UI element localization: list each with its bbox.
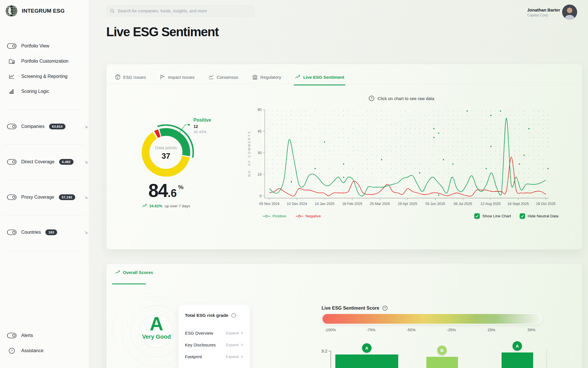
tab-consensus[interactable]: Consensus	[208, 74, 238, 80]
sidebar-item-scoring-logic[interactable]: Scoring Logic	[7, 87, 49, 96]
tab-esg-issues[interactable]: ESG Issues	[115, 74, 146, 80]
tab-label: ESG Issues	[123, 75, 146, 80]
grade-bar[interactable]	[426, 357, 458, 368]
grade-badge: A	[512, 341, 522, 351]
score-unit: %	[178, 184, 184, 191]
risk-row-label: Footprint	[185, 354, 202, 359]
risk-row-key-disclosures[interactable]: Key Disclosures Expand	[185, 339, 243, 351]
sidebar-item-label: Alerts	[21, 333, 33, 338]
x-tick-label: 08 Jul 2025	[454, 202, 472, 206]
sidebar-item-label: Assistance	[21, 348, 43, 353]
sentiment-line-chart[interactable]: 015304560NO. OF COMMENTS05 Nov 202410 De…	[244, 102, 561, 213]
user-info[interactable]: Jonathan Barter Capital Corp.	[527, 7, 559, 17]
tab-label: Impact Issues	[168, 75, 195, 80]
legend-item-negative[interactable]: Negative	[296, 214, 321, 218]
app-window: INTEGRUM ESG Portfolio View Portfolio Cu…	[0, 0, 588, 368]
score-delta: 34.62% up over 7 days	[126, 204, 206, 208]
tab-overall-scores[interactable]: Overall Scores	[115, 270, 153, 275]
tab-impact-issues[interactable]: Impact Issues	[160, 74, 195, 80]
arrow-down-right-icon[interactable]	[84, 195, 88, 200]
sidebar-item-portfolio-customization[interactable]: Portfolio Customization	[7, 57, 69, 66]
grade-bar[interactable]	[502, 352, 533, 368]
toggle-hide-neutral-data[interactable]: Hide Neutral Data	[520, 213, 558, 219]
count-badge: 183	[45, 229, 57, 235]
risk-row-esg-overview[interactable]: ESG Overview Expand	[185, 327, 243, 339]
globe-logo-icon	[5, 5, 18, 17]
search-bar[interactable]	[106, 5, 254, 16]
checkbox-checked-icon[interactable]	[474, 213, 480, 219]
active-tab-underline	[112, 283, 146, 284]
esg-grade: A	[128, 313, 185, 334]
chevron-right-icon	[240, 331, 243, 335]
tab-label: Consensus	[217, 75, 238, 80]
sidebar-item-label: Direct Coverage	[21, 159, 55, 164]
tab-live-esg-sentiment[interactable]: Live ESG Sentiment	[295, 74, 344, 80]
line-chart-icon	[7, 74, 17, 79]
flag-icon	[160, 74, 165, 80]
dot-grid	[267, 110, 548, 196]
sidebar-item-screening-reporting[interactable]: Screening & Reporting	[7, 72, 67, 81]
count-badge: 57,192	[59, 194, 75, 200]
arrow-down-right-icon[interactable]	[84, 160, 88, 164]
scale-tick-label: -50%	[407, 328, 416, 332]
chart-legend: Positive Negative	[263, 214, 321, 218]
count-badge: 63,810	[49, 124, 65, 129]
donut-callout-count: 12	[194, 124, 198, 129]
svg-text:?: ?	[11, 349, 13, 352]
score-dec: .6	[168, 187, 177, 200]
divider	[4, 109, 84, 110]
brand-name: INTEGRUM ESG	[22, 8, 65, 14]
count-badge: 6,482	[59, 159, 74, 165]
arrow-down-right-icon[interactable]	[84, 230, 88, 235]
sidebar-item-alerts[interactable]: Alerts	[7, 331, 33, 340]
scale-title-row: Live ESG Sentiment Score ?	[322, 305, 388, 311]
chart-hint: ? Click on chart to see raw data	[368, 95, 434, 101]
legend-item-positive[interactable]: Positive	[263, 214, 286, 218]
toggle-icon	[7, 332, 17, 339]
hint-text: Click on chart to see raw data	[378, 96, 434, 101]
risk-row-footprint[interactable]: Footprint Expand	[185, 351, 243, 363]
grade-badge: B	[437, 346, 447, 355]
checkbox-checked-icon[interactable]	[520, 213, 525, 219]
user-name: Jonathan Barter	[527, 7, 559, 12]
sidebar-item-label: Portfolio Customization	[21, 59, 69, 64]
help-icon[interactable]: ?	[382, 305, 388, 311]
help-icon: ?	[7, 347, 17, 354]
scale-labels: -100% -75% -50% -25% 25% 50%	[322, 328, 542, 333]
sidebar-item-direct-coverage[interactable]: Direct Coverage 6,482	[7, 158, 74, 166]
donut-center-value: 37	[137, 152, 195, 161]
esg-grade-caption: Very Good	[128, 334, 185, 340]
bar-chart-icon	[7, 89, 17, 94]
scale-tick-label: 50%	[528, 328, 535, 332]
risk-row-label: ESG Overview	[185, 331, 213, 336]
expand-label: Expand	[226, 354, 239, 359]
sidebar-item-countries[interactable]: Countries 183	[7, 228, 57, 237]
x-tick-label: 28 Oct 2025	[536, 202, 556, 206]
sidebar-item-assistance[interactable]: ? Assistance	[7, 346, 43, 355]
toggle-show-line-chart[interactable]: Show Line Chart	[474, 213, 511, 219]
brand: INTEGRUM ESG	[5, 5, 65, 17]
info-icon[interactable]	[231, 313, 236, 318]
sidebar-item-companies[interactable]: Companies 63,810	[7, 122, 65, 131]
dashed-marker-line	[546, 350, 547, 368]
search-input[interactable]	[117, 8, 251, 14]
axis-lines	[265, 110, 549, 198]
avatar[interactable]	[562, 5, 577, 20]
tab-regulatory[interactable]: Regulatory	[252, 74, 281, 80]
scale-tick-label: -25%	[447, 328, 456, 332]
arrow-down-right-icon[interactable]	[84, 124, 88, 129]
sidebar-item-label: Companies	[21, 124, 45, 129]
grade-bar[interactable]	[335, 354, 398, 368]
sidebar-item-proxy-coverage[interactable]: Proxy Coverage 57,192	[7, 193, 75, 202]
delta-value: 34.62%	[149, 204, 163, 208]
y-tick-label: 30	[258, 151, 262, 155]
page-title: Live ESG Sentiment	[106, 25, 218, 39]
risk-grade-card: Total ESG risk grade ESG Overview Expand…	[179, 305, 250, 368]
y-tick-label: 45	[258, 129, 262, 133]
chart-toggles: Show Line Chart Hide Neutral Data	[474, 213, 558, 219]
toggle-icon	[7, 159, 17, 165]
help-icon[interactable]: ?	[368, 95, 375, 101]
svg-text:?: ?	[371, 97, 372, 100]
sidebar-item-portfolio-view[interactable]: Portfolio View	[7, 42, 49, 50]
delta-suffix: up over 7 days	[165, 204, 190, 208]
